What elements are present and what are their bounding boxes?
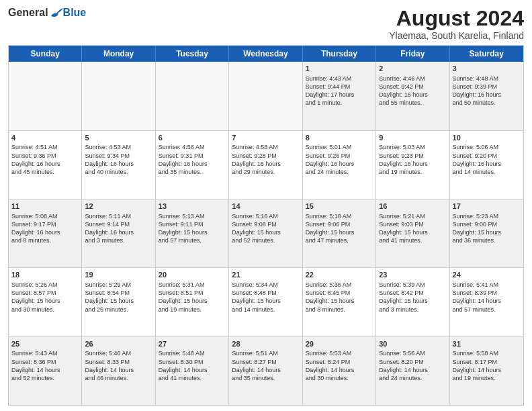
- day-number: 7: [232, 133, 299, 143]
- cell-line: Daylight: 15 hours: [306, 228, 373, 236]
- cell-line: Sunrise: 5:16 AM: [232, 212, 299, 220]
- day-number: 5: [85, 133, 152, 143]
- calendar-cell-4-6: 31Sunrise: 5:58 AMSunset: 8:17 PMDayligh…: [450, 337, 523, 405]
- cell-line: Sunset: 8:54 PM: [85, 289, 152, 297]
- cell-line: Sunrise: 5:18 AM: [306, 212, 373, 220]
- header-wednesday: Wednesday: [229, 46, 302, 62]
- cell-line: and 29 minutes.: [232, 168, 299, 176]
- cell-line: Sunset: 8:27 PM: [232, 358, 299, 366]
- day-number: 25: [11, 339, 79, 349]
- day-number: 21: [232, 270, 299, 280]
- cell-line: and 30 minutes.: [11, 306, 79, 314]
- cell-line: Daylight: 14 hours: [306, 366, 373, 374]
- calendar-cell-1-1: 5Sunrise: 4:53 AMSunset: 9:34 PMDaylight…: [82, 131, 155, 199]
- day-number: 22: [306, 270, 373, 280]
- cell-line: and 3 minutes.: [85, 236, 152, 244]
- calendar-cell-3-2: 20Sunrise: 5:31 AMSunset: 8:51 PMDayligh…: [156, 268, 229, 336]
- cell-line: Sunrise: 5:36 AM: [306, 281, 373, 289]
- cell-line: Sunset: 9:36 PM: [11, 152, 79, 160]
- month-year-title: August 2024: [389, 7, 524, 30]
- calendar-cell-0-6: 3Sunrise: 4:48 AMSunset: 9:39 PMDaylight…: [450, 62, 523, 130]
- cell-line: Sunset: 8:24 PM: [306, 358, 373, 366]
- cell-line: Sunrise: 5:53 AM: [306, 349, 373, 357]
- calendar-cell-1-3: 7Sunrise: 4:58 AMSunset: 9:28 PMDaylight…: [229, 131, 302, 199]
- cell-line: Sunset: 9:20 PM: [453, 152, 521, 160]
- cell-line: and 35 minutes.: [232, 374, 299, 382]
- cell-line: Sunset: 9:44 PM: [306, 83, 373, 91]
- logo-bird-icon: [50, 7, 63, 19]
- cell-line: Sunrise: 4:56 AM: [159, 143, 226, 151]
- cell-line: Sunset: 9:42 PM: [379, 83, 446, 91]
- cell-line: and 36 minutes.: [453, 236, 521, 244]
- cell-line: Daylight: 15 hours: [379, 297, 446, 305]
- day-number: 6: [159, 133, 226, 143]
- cell-line: Daylight: 15 hours: [159, 297, 226, 305]
- cell-line: Daylight: 14 hours: [232, 366, 299, 374]
- cell-line: Sunset: 9:03 PM: [379, 220, 446, 228]
- calendar-cell-2-1: 12Sunrise: 5:11 AMSunset: 9:14 PMDayligh…: [82, 199, 155, 267]
- calendar-row-2: 11Sunrise: 5:08 AMSunset: 9:17 PMDayligh…: [9, 199, 523, 268]
- cell-line: Sunrise: 5:01 AM: [306, 143, 373, 151]
- day-number: 12: [85, 201, 152, 212]
- cell-line: and 14 minutes.: [453, 168, 521, 176]
- header: General Blue August 2024 Ylaemaa, South …: [8, 7, 524, 41]
- cell-line: Sunrise: 5:51 AM: [232, 349, 299, 357]
- calendar-cell-4-2: 27Sunrise: 5:48 AMSunset: 8:30 PMDayligh…: [156, 337, 229, 405]
- calendar-cell-4-5: 30Sunrise: 5:56 AMSunset: 8:20 PMDayligh…: [376, 337, 449, 405]
- cell-line: and 57 minutes.: [159, 236, 226, 244]
- cell-line: Daylight: 16 hours: [85, 160, 152, 168]
- logo-blue-text: Blue: [63, 7, 87, 19]
- cell-line: and 41 minutes.: [159, 374, 226, 382]
- cell-line: Sunrise: 4:58 AM: [232, 143, 299, 151]
- cell-line: Sunrise: 5:43 AM: [11, 349, 79, 357]
- calendar-cell-0-0: [9, 62, 82, 130]
- cell-line: Sunrise: 5:48 AM: [159, 349, 226, 357]
- cell-line: Sunset: 9:08 PM: [232, 220, 299, 228]
- cell-line: Sunset: 9:39 PM: [453, 83, 521, 91]
- cell-line: Daylight: 15 hours: [232, 228, 299, 236]
- cell-line: and 57 minutes.: [453, 306, 521, 314]
- cell-line: Daylight: 17 hours: [306, 91, 373, 99]
- cell-line: Sunrise: 5:46 AM: [85, 349, 152, 357]
- cell-line: Sunset: 9:26 PM: [306, 152, 373, 160]
- cell-line: Sunrise: 5:58 AM: [453, 349, 521, 357]
- calendar-cell-4-1: 26Sunrise: 5:46 AMSunset: 8:33 PMDayligh…: [82, 337, 155, 405]
- cell-line: Sunset: 8:45 PM: [306, 289, 373, 297]
- cell-line: Sunrise: 5:11 AM: [85, 212, 152, 220]
- day-number: 19: [85, 270, 152, 280]
- calendar-header: Sunday Monday Tuesday Wednesday Thursday…: [9, 46, 523, 62]
- day-number: 3: [453, 64, 521, 74]
- calendar-cell-2-6: 17Sunrise: 5:23 AMSunset: 9:00 PMDayligh…: [450, 199, 523, 267]
- cell-line: and 35 minutes.: [159, 168, 226, 176]
- page: General Blue August 2024 Ylaemaa, South …: [0, 0, 532, 411]
- cell-line: Sunrise: 5:06 AM: [453, 143, 521, 151]
- cell-line: Sunset: 8:42 PM: [379, 289, 446, 297]
- cell-line: and 24 minutes.: [379, 374, 446, 382]
- day-number: 15: [306, 201, 373, 212]
- cell-line: Daylight: 14 hours: [11, 366, 79, 374]
- day-number: 8: [306, 133, 373, 143]
- cell-line: Sunset: 9:23 PM: [379, 152, 446, 160]
- title-block: August 2024 Ylaemaa, South Karelia, Finl…: [389, 7, 524, 41]
- day-number: 16: [379, 201, 446, 212]
- cell-line: Daylight: 16 hours: [11, 160, 79, 168]
- day-number: 1: [306, 64, 373, 74]
- cell-line: and 1 minute.: [306, 99, 373, 107]
- cell-line: Sunrise: 5:23 AM: [453, 212, 521, 220]
- cell-line: Sunrise: 5:26 AM: [11, 281, 79, 289]
- calendar-cell-3-6: 24Sunrise: 5:41 AMSunset: 8:39 PMDayligh…: [450, 268, 523, 336]
- calendar-cell-0-3: [229, 62, 302, 130]
- cell-line: Sunrise: 4:46 AM: [379, 75, 446, 83]
- cell-line: Daylight: 14 hours: [159, 366, 226, 374]
- cell-line: Sunset: 9:11 PM: [159, 220, 226, 228]
- cell-line: Daylight: 16 hours: [453, 160, 521, 168]
- cell-line: Daylight: 14 hours: [379, 366, 446, 374]
- cell-line: and 30 minutes.: [306, 374, 373, 382]
- day-number: 20: [159, 270, 226, 280]
- calendar-row-3: 18Sunrise: 5:26 AMSunset: 8:57 PMDayligh…: [9, 268, 523, 336]
- cell-line: Daylight: 16 hours: [453, 91, 521, 99]
- cell-line: and 19 minutes.: [379, 168, 446, 176]
- header-tuesday: Tuesday: [156, 46, 229, 62]
- cell-line: Sunset: 8:39 PM: [453, 289, 521, 297]
- cell-line: and 50 minutes.: [453, 99, 521, 107]
